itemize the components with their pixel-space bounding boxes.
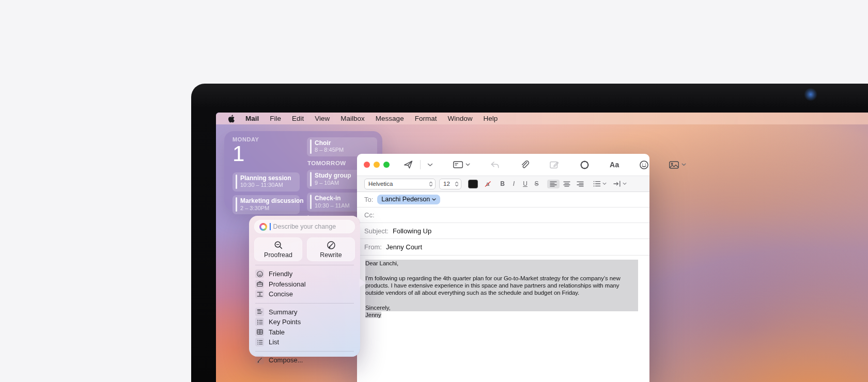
option-label: List (269, 338, 279, 346)
event-time: 10:30 – 11:30AM (240, 182, 291, 189)
markup-icon (549, 160, 560, 170)
cc-field[interactable]: Cc: (357, 208, 649, 223)
option-compose[interactable]: Compose... (254, 355, 355, 365)
menu-item-help[interactable]: Help (483, 115, 498, 122)
rewrite-button[interactable]: Rewrite (307, 237, 355, 261)
minimize-window-button[interactable] (374, 162, 380, 168)
recipient-token[interactable]: Lanchi Pederson (377, 195, 440, 204)
close-window-button[interactable] (364, 162, 370, 168)
menu-item-view[interactable]: View (315, 115, 330, 122)
option-label: Friendly (269, 270, 292, 278)
mail-compose-window: Aa Helvetica (357, 154, 649, 382)
proofread-label: Proofread (264, 251, 292, 259)
font-family-select[interactable]: Helvetica (364, 179, 436, 189)
option-label: Summary (269, 308, 298, 316)
calendar-event[interactable]: Planning session 10:30 – 11:30AM (233, 172, 300, 192)
attach-icon[interactable] (520, 160, 530, 170)
body-signature: Jenny (365, 312, 381, 318)
smiley-icon (255, 269, 264, 278)
bezel-glint (804, 88, 817, 101)
event-color-bar (236, 174, 237, 189)
list-style-button[interactable] (593, 181, 607, 187)
toolbar-separator (420, 160, 421, 169)
proofread-button[interactable]: Proofread (254, 237, 302, 261)
message-body[interactable]: Dear Lanchi, I’m following up regarding … (357, 256, 649, 319)
body-paragraph: I’m following up regarding the 4th quart… (365, 275, 638, 297)
window-controls (364, 162, 390, 168)
strikethrough-button[interactable]: S (533, 180, 540, 187)
text-color-well[interactable] (468, 180, 478, 188)
align-center-button[interactable] (561, 180, 573, 188)
option-list[interactable]: List (254, 337, 355, 347)
event-time: 8 – 8:45PM (315, 147, 344, 154)
font-color-button[interactable]: a (484, 180, 492, 188)
body-signature-line: Jenny (365, 311, 638, 319)
calendar-left-column: MONDAY 1 Planning session 10:30 – 11:30A… (233, 136, 300, 218)
photo-browser-icon[interactable] (669, 160, 686, 170)
table-grid-icon (255, 328, 264, 337)
ai-writing-tools-icon[interactable] (579, 160, 590, 170)
option-key-points[interactable]: Key Points (254, 317, 355, 327)
option-label: Compose... (269, 356, 303, 364)
option-concise[interactable]: Concise (254, 289, 355, 299)
emoji-icon[interactable] (639, 160, 649, 170)
reply-icon (490, 160, 500, 170)
token-chevron-icon (432, 198, 436, 201)
menu-item-window[interactable]: Window (447, 115, 472, 122)
send-icon[interactable] (403, 160, 413, 170)
menu-bar: Mail File Edit View Mailbox Message Form… (216, 113, 868, 124)
menu-item-edit[interactable]: Edit (292, 115, 304, 122)
compress-lines-icon (255, 290, 264, 298)
align-right-button[interactable] (574, 180, 586, 188)
event-title: Study group (315, 172, 351, 179)
briefcase-icon (255, 280, 264, 289)
subject-field[interactable]: Subject: Following Up (357, 223, 649, 239)
apple-logo-icon[interactable] (228, 115, 235, 123)
menu-item-message[interactable]: Message (376, 115, 404, 122)
option-label: Concise (269, 290, 293, 298)
italic-button[interactable]: I (510, 180, 518, 187)
font-size-select[interactable]: 12 (439, 179, 461, 189)
describe-change-input[interactable]: Describe your change (254, 220, 355, 233)
option-label: Table (269, 328, 285, 336)
from-field[interactable]: From: Jenny Court (357, 239, 649, 256)
bullet-list-icon (255, 338, 264, 346)
option-table[interactable]: Table (254, 327, 355, 338)
header-fields-icon[interactable] (453, 160, 470, 170)
option-professional[interactable]: Professional (254, 279, 355, 290)
event-color-bar (310, 195, 312, 209)
option-friendly[interactable]: Friendly (254, 269, 355, 279)
font-family-value: Helvetica (368, 181, 393, 187)
menu-item-mail[interactable]: Mail (245, 115, 259, 122)
send-options-chevron-icon[interactable] (427, 163, 433, 167)
underline-button[interactable]: U (521, 180, 529, 187)
align-left-button[interactable] (547, 180, 560, 188)
calendar-event[interactable]: Marketing discussion 2 – 3:30PM (233, 195, 300, 214)
pencil-icon (255, 356, 264, 364)
magnifier-icon (274, 241, 283, 250)
popup-divider (255, 303, 354, 304)
menu-item-file[interactable]: File (270, 115, 281, 122)
mac-display-bezel: Mail File Edit View Mailbox Message Form… (191, 84, 868, 382)
marketing-canvas: Mail File Edit View Mailbox Message Form… (0, 0, 868, 382)
menu-item-mailbox[interactable]: Mailbox (340, 115, 365, 122)
indent-button[interactable] (613, 181, 627, 187)
event-color-bar (310, 172, 312, 186)
apple-intelligence-icon (259, 223, 267, 231)
summary-lines-icon (255, 308, 264, 316)
zoom-window-button[interactable] (383, 162, 390, 168)
recipient-name: Lanchi Pederson (381, 196, 430, 203)
body-closing: Sincerely, (365, 304, 638, 311)
text-caret (270, 223, 271, 230)
to-field[interactable]: To: Lanchi Pederson (357, 192, 649, 208)
writing-tools-popup: Describe your change Proofread Rewrite (249, 216, 360, 357)
writing-tools-popup-arrow (359, 278, 366, 288)
popup-divider (255, 351, 354, 352)
event-title: Marketing discussion (240, 197, 304, 204)
option-summary[interactable]: Summary (254, 307, 355, 317)
bold-button[interactable]: B (499, 180, 506, 187)
to-label: To: (364, 196, 373, 203)
option-label: Professional (269, 280, 306, 288)
format-text-icon[interactable]: Aa (610, 161, 619, 169)
menu-item-format[interactable]: Format (415, 115, 437, 122)
